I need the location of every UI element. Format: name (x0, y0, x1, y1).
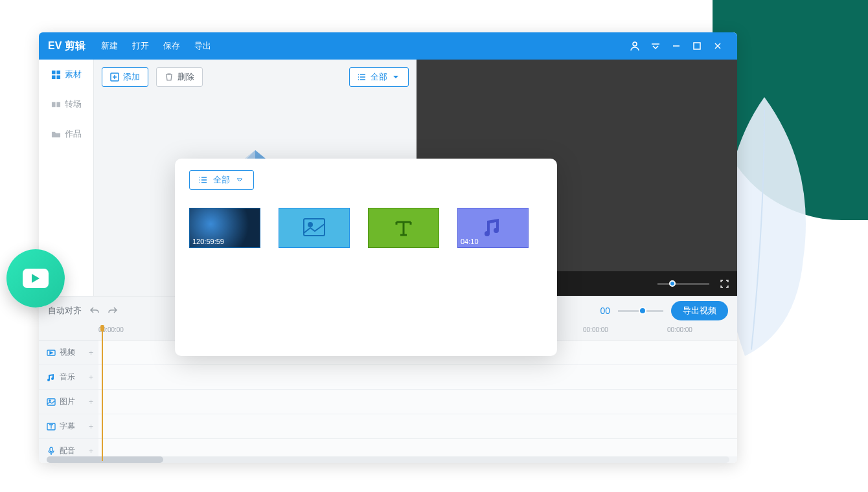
add-video-track[interactable]: + (89, 348, 93, 357)
chevron-down-icon (235, 175, 244, 184)
auto-align-toggle[interactable]: 自动对齐 (48, 305, 82, 317)
menu-new[interactable]: 新建 (101, 40, 118, 52)
trash-icon (165, 73, 174, 82)
sidebar-item-label: 作品 (65, 128, 82, 140)
close-icon[interactable] (707, 36, 728, 56)
minimize-icon[interactable] (666, 36, 687, 56)
thumb-audio[interactable]: 04:10 (457, 208, 529, 248)
svg-rect-17 (50, 447, 52, 452)
user-icon[interactable] (624, 36, 645, 56)
thumb-video[interactable]: 120:59:59 (189, 208, 260, 248)
transition-icon (51, 100, 61, 109)
music-track-icon (47, 373, 56, 382)
add-label: 添加 (123, 71, 140, 83)
track-subtitle: 字幕 + (39, 414, 737, 439)
ruler-tick: 00:00:00 (667, 326, 692, 333)
track-image: 图片 + (39, 390, 737, 414)
media-popup: 全部 120:59:59 04:10 (175, 159, 557, 356)
sidebar-item-label: 转场 (65, 98, 82, 110)
chevron-down-icon (391, 73, 400, 82)
ruler-tick: 00:00:00 (98, 326, 124, 333)
svg-rect-3 (56, 70, 60, 74)
track-label: 配音 (60, 445, 75, 456)
list-icon (358, 73, 367, 82)
dropdown-icon[interactable] (645, 36, 666, 56)
add-button[interactable]: 添加 (102, 67, 148, 87)
image-icon (302, 216, 326, 240)
add-image-track[interactable]: + (89, 397, 93, 407)
mic-track-icon (47, 447, 56, 456)
image-track-icon (47, 397, 56, 407)
menu-export[interactable]: 导出 (194, 40, 211, 52)
text-track-icon (47, 422, 56, 431)
time-display: 00 (600, 306, 610, 316)
svg-rect-6 (51, 102, 55, 107)
svg-point-19 (308, 223, 312, 227)
track-audio: 音乐 + (39, 365, 737, 390)
svg-rect-7 (56, 102, 60, 107)
add-voice-track[interactable]: + (89, 447, 93, 456)
app-badge-icon (6, 249, 65, 308)
grid-icon (51, 70, 61, 80)
undo-button[interactable] (89, 306, 100, 316)
thumb-text[interactable] (368, 208, 439, 248)
track-body[interactable] (98, 439, 737, 456)
folder-icon (51, 129, 61, 139)
svg-rect-2 (51, 70, 55, 74)
svg-rect-18 (304, 219, 325, 236)
plus-icon (110, 73, 119, 82)
filter-label: 全部 (371, 71, 387, 83)
track-label: 视频 (60, 347, 75, 358)
thumb-duration: 120:59:59 (192, 238, 224, 245)
timeline-scrollbar[interactable] (47, 456, 729, 463)
sidebar-item-material[interactable]: 素材 (39, 60, 93, 89)
svg-rect-4 (51, 75, 55, 79)
titlebar: EV 剪辑 新建 打开 保存 导出 (39, 32, 737, 60)
track-body[interactable] (98, 414, 737, 438)
delete-button[interactable]: 删除 (156, 67, 203, 87)
menu-open[interactable]: 打开 (132, 40, 149, 52)
volume-slider[interactable] (657, 283, 709, 285)
track-label: 音乐 (60, 372, 75, 383)
text-icon (391, 216, 416, 240)
add-audio-track[interactable]: + (89, 373, 93, 382)
fullscreen-button[interactable] (720, 279, 729, 289)
list-icon (199, 175, 208, 184)
popup-filter-button[interactable]: 全部 (189, 170, 254, 190)
svg-point-0 (633, 42, 637, 46)
music-icon (481, 216, 505, 240)
track-label: 字幕 (60, 421, 75, 432)
track-body[interactable] (98, 365, 737, 389)
ruler-tick: 00:00:00 (583, 326, 608, 333)
track-voice: 配音 + (39, 439, 737, 456)
redo-button[interactable] (108, 306, 118, 316)
thumb-duration: 04:10 (461, 238, 479, 245)
sidebar-item-transition[interactable]: 转场 (39, 89, 93, 119)
app-title: EV 剪辑 (48, 39, 86, 53)
popup-filter-label: 全部 (213, 174, 230, 186)
export-video-button[interactable]: 导出视频 (671, 301, 728, 320)
maximize-icon[interactable] (687, 36, 707, 56)
delete-label: 删除 (177, 71, 194, 83)
sidebar-item-works[interactable]: 作品 (39, 119, 93, 149)
video-track-icon (47, 348, 56, 357)
track-body[interactable] (98, 390, 737, 414)
svg-point-15 (49, 400, 51, 401)
filter-all-button[interactable]: 全部 (349, 67, 409, 87)
zoom-slider[interactable] (618, 310, 663, 312)
svg-rect-1 (694, 43, 700, 49)
tracks: 视频 + 音乐 + 图片 + (39, 341, 737, 456)
svg-rect-5 (56, 75, 60, 79)
sidebar-item-label: 素材 (65, 69, 82, 80)
menu-save[interactable]: 保存 (163, 40, 180, 52)
add-subtitle-track[interactable]: + (89, 422, 93, 431)
track-label: 图片 (60, 396, 75, 407)
thumb-image[interactable] (279, 208, 350, 248)
